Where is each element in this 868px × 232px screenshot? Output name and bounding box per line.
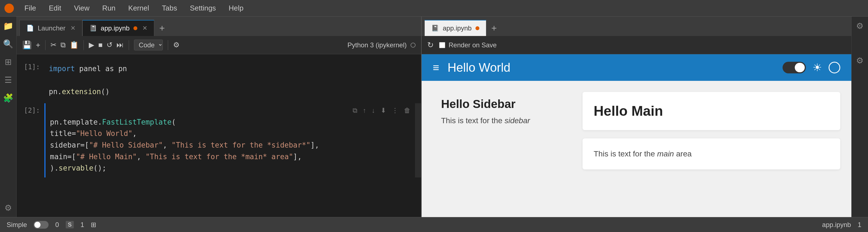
sidebar-text: This is text for the sidebar [441, 116, 563, 125]
cell-2-actions: ⧉ ↑ ↓ ⬇ ⋮ 🗑 [50, 107, 410, 114]
move-up-button[interactable]: ↑ [363, 107, 366, 114]
tab-right-app-ipynb[interactable]: 📓 app.ipynb [425, 20, 486, 36]
add-tab-button[interactable]: + [154, 20, 170, 36]
download-button[interactable]: ⬇ [381, 107, 386, 114]
cell-2-line-1: pn.template.FastListTemplate( [50, 117, 410, 128]
cell-menu-button[interactable]: ⋮ [392, 107, 398, 114]
main-heading: Hello Main [594, 103, 829, 119]
preview-body: Hello Sidebar This is text for the sideb… [422, 81, 851, 217]
app-ipynb-tab-icon: 📓 [89, 25, 97, 32]
menu-edit[interactable]: Edit [46, 3, 64, 13]
brightness-icon: ☀ [812, 62, 822, 74]
cell-2-content[interactable]: ⧉ ↑ ↓ ⬇ ⋮ 🗑 pn.template.FastListTemplate… [44, 103, 415, 178]
preview-header: ≡ Hello World ☀ [422, 54, 851, 81]
toolbar-sep-4 [168, 40, 168, 50]
extensions-button[interactable]: ⚙ [173, 41, 180, 49]
settings-icon[interactable]: ⚙ [4, 203, 12, 212]
mode-label: Simple [7, 221, 27, 229]
menu-run[interactable]: Run [100, 3, 118, 13]
menu-icon[interactable]: ☰ [4, 75, 12, 85]
toolbar-sep-3 [129, 40, 129, 50]
extensions-icon[interactable]: ⊞ [5, 57, 12, 67]
status-number-1: 0 [55, 221, 59, 229]
cell-2-line-5: ).servable(); [50, 162, 410, 174]
kernel-s-icon: S [66, 221, 74, 228]
cell-type-select[interactable]: Code [134, 40, 163, 50]
app-ipynb-tab-close[interactable]: ✕ [142, 25, 147, 32]
restart-button[interactable]: ↺ [106, 41, 113, 49]
tab-app-ipynb[interactable]: 📓 app.ipynb ✕ [83, 20, 154, 36]
right-settings-icon[interactable]: ⚙ [856, 21, 864, 31]
cell-1-content[interactable]: import panel as pn pn.extension() [44, 60, 421, 101]
menu-view[interactable]: View [72, 3, 92, 13]
cell-1-line-2 [49, 75, 417, 86]
dark-mode-toggle[interactable] [782, 62, 806, 73]
terminal-icon: ⊞ [91, 221, 96, 229]
launcher-tab-icon: 📄 [26, 25, 34, 32]
menu-kernel[interactable]: Kernel [126, 3, 151, 13]
scrollbar-track[interactable] [415, 103, 421, 178]
preview-main-pane: Hello Main This is text for the main are… [583, 92, 840, 206]
right-tab-bar: 📓 app.ipynb + [422, 16, 851, 36]
right-toolbar: ↻ Render on Save [422, 36, 851, 54]
move-down-button[interactable]: ↓ [372, 107, 375, 114]
stop-button[interactable]: ■ [98, 41, 103, 49]
paste-button[interactable]: 📋 [70, 41, 79, 49]
render-on-save-label: Render on Save [439, 41, 497, 49]
circle-icon [829, 62, 840, 73]
left-activity-bar: 📁 🔍 ⊞ ☰ 🧩 ⚙ [0, 16, 17, 217]
files-icon[interactable]: 📁 [3, 21, 13, 31]
hamburger-menu-button[interactable]: ≡ [433, 62, 439, 74]
preview-title: Hello World [447, 61, 774, 74]
cell-1: [1]: import panel as pn pn.extension() [17, 60, 421, 101]
status-right-filename: app.ipynb [822, 221, 851, 229]
app-ipynb-dirty-dot [133, 26, 137, 30]
save-button[interactable]: 💾 [22, 40, 32, 49]
run-button[interactable]: ▶ [89, 41, 94, 49]
kernel-name-label: Python 3 (ipykernel) [348, 41, 407, 49]
notification-count: 1 [858, 221, 861, 229]
main-text-em: main [657, 150, 674, 158]
right-panel: 📓 app.ipynb + ↻ Render on Save ≡ Hello W… [422, 16, 851, 217]
code-editor-area: [1]: import panel as pn pn.extension() [… [17, 54, 421, 217]
search-icon[interactable]: 🔍 [3, 39, 13, 49]
render-on-save-checkbox[interactable] [439, 42, 445, 48]
fast-forward-button[interactable]: ⏭ [117, 41, 124, 49]
tab-launcher[interactable]: 📄 Launcher ✕ [20, 20, 83, 36]
cell-2-line-4: main=["# Hello Main", "This is text for … [50, 151, 410, 163]
add-cell-button[interactable]: + [36, 41, 40, 49]
preview-sidebar-pane: Hello Sidebar This is text for the sideb… [433, 92, 571, 206]
right-activity-bar: ⚙ ⚙ [851, 16, 868, 217]
main-card-text: This is text for the main area [583, 139, 840, 169]
cell-1-gutter: [1]: [17, 60, 44, 101]
right-add-tab-button[interactable]: + [486, 20, 502, 36]
app-logo [4, 4, 14, 13]
right-gear-icon[interactable]: ⚙ [856, 56, 864, 65]
menubar: File Edit View Run Kernel Tabs Settings … [0, 0, 868, 16]
launcher-tab-close[interactable]: ✕ [70, 25, 75, 32]
sidebar-heading: Hello Sidebar [441, 98, 563, 111]
cell-2-gutter: [2]: [17, 103, 44, 178]
puzzle-icon[interactable]: 🧩 [3, 93, 13, 103]
cell-2-line-3: sidebar=["# Hello Sidebar", "This is tex… [50, 140, 410, 151]
app-ipynb-tab-label: app.ipynb [101, 24, 129, 32]
menu-settings[interactable]: Settings [188, 3, 218, 13]
copy-button[interactable]: ⧉ [60, 41, 66, 49]
main-card-heading: Hello Main [583, 92, 840, 130]
menu-help[interactable]: Help [226, 3, 246, 13]
kernel-status-circle [410, 43, 415, 48]
preview-container: ≡ Hello World ☀ Hello Sidebar This i [422, 54, 851, 217]
toggle-knob [795, 63, 805, 72]
refresh-preview-button[interactable]: ↻ [427, 40, 434, 49]
status-bar: Simple 0 S 1 ⊞ app.ipynb 1 [0, 217, 868, 232]
menu-file[interactable]: File [22, 3, 38, 13]
delete-cell-button[interactable]: 🗑 [404, 107, 410, 114]
cell-1-line-1: import panel as pn [49, 63, 417, 75]
menu-tabs[interactable]: Tabs [159, 3, 179, 13]
cell-2-line-2: title="Hello World", [50, 128, 410, 140]
cut-button[interactable]: ✂ [51, 41, 57, 49]
cell-2: [2]: ⧉ ↑ ↓ ⬇ ⋮ 🗑 pn.template.FastListTem… [17, 103, 421, 178]
toolbar-sep-2 [84, 40, 84, 50]
mode-toggle[interactable] [34, 221, 49, 229]
copy-cell-button[interactable]: ⧉ [352, 107, 357, 114]
